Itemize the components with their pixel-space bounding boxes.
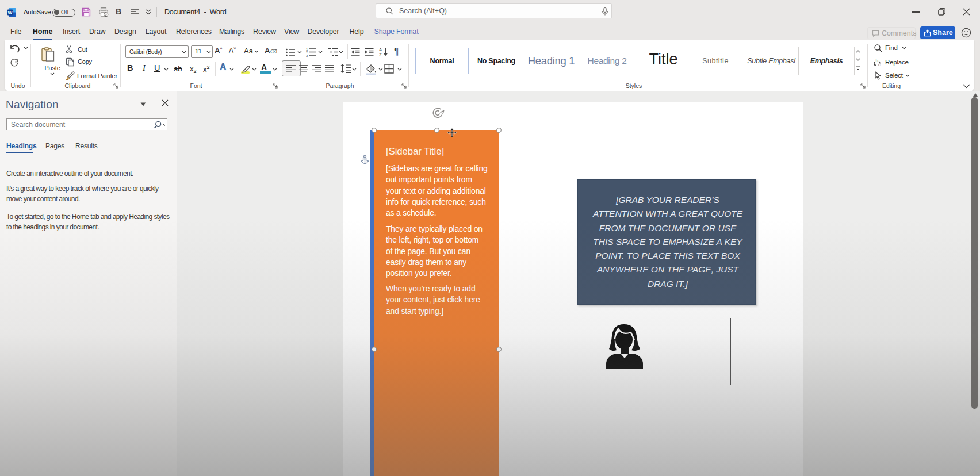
svg-text:A: A bbox=[379, 47, 382, 52]
svg-text:W: W bbox=[7, 10, 13, 16]
svg-text:Z: Z bbox=[379, 52, 382, 57]
svg-text:3: 3 bbox=[306, 54, 308, 57]
